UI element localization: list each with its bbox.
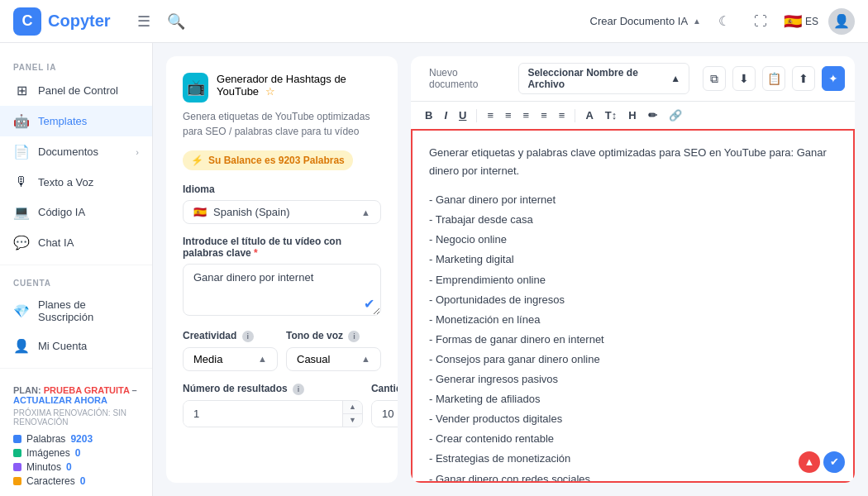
minutos-value: 0 [66,461,72,473]
menu-icon[interactable]: ☰ [134,9,154,34]
tono-select[interactable]: Casual ▲ [286,347,381,371]
flag-icon: 🇪🇸 [784,12,802,31]
list-item: - Marketing digital [429,250,837,269]
creatividad-select[interactable]: Media ▲ [183,347,278,371]
fmt-size-btn[interactable]: T↕ [601,107,621,124]
sidebar-item-documentos[interactable]: 📄 Documentos › [0,136,152,167]
fmt-divider-1 [476,109,477,122]
nombre-caret-icon: ▲ [670,73,680,84]
palabras-label: Palabras [26,433,65,445]
sidebar-divider [0,265,152,265]
content-area: 📺 Generador de Hashtags de YouTube ☆ Gen… [153,43,868,496]
list-item: - Trabajar desde casa [429,210,837,230]
sidebar-item-templates-label: Templates [38,115,87,127]
fmt-align-right-btn[interactable]: ≡ [519,107,534,124]
creatividad-group: Creatividad i Media ▲ [183,330,278,371]
navbar: C Copyter ☰ 🔍 Crear Documento IA ▲ ☾ ⛶ 🇪… [0,0,868,43]
download-doc-btn[interactable]: ⬇ [732,66,756,91]
crear-documento-btn[interactable]: Crear Documento IA ▲ [590,15,701,27]
num-up-btn[interactable]: ▲ [343,401,362,414]
sidebar-item-chat-ia[interactable]: 💬 Chat IA [0,227,152,258]
num-resultados-field[interactable] [184,401,342,427]
app-logo[interactable]: C Copyter [13,7,111,36]
fmt-pencil-btn[interactable]: ✏ [644,107,661,124]
list-item: - Negocio online [429,230,837,250]
fmt-bold-btn[interactable]: B [421,107,436,124]
export-doc-btn[interactable]: ⬆ [792,66,815,91]
sidebar-item-panel-control[interactable]: ⊞ Panel de Control [0,75,152,106]
copy-doc-btn[interactable]: ⧉ [703,66,726,91]
logo-name: Copyter [48,12,111,31]
user-avatar[interactable]: 👤 [828,8,855,35]
fmt-color-btn[interactable]: A [581,107,597,124]
num-resultados-input: ▲ ▼ [183,400,363,427]
dark-mode-icon[interactable]: ☾ [711,8,737,35]
sidebar-item-panel-label: Panel de Control [38,84,118,97]
main-layout: PANEL IA ⊞ Panel de Control 🤖 Templates … [0,43,868,496]
list-item: - Vender productos digitales [429,409,837,429]
plan-free-label: PRUEBA GRATUITA [44,385,130,395]
list-item: - Consejos para ganar dinero online [429,350,837,370]
favorite-star-icon[interactable]: ☆ [265,85,275,98]
tab-seleccionar-nombre[interactable]: Seleccionar Nombre de Archivo ▲ [518,63,689,94]
tono-info-icon[interactable]: i [348,331,360,342]
editor-content-area[interactable]: Generar etiquetas y palabras clave optim… [411,131,855,483]
search-icon[interactable]: 🔍 [164,9,188,34]
documentos-icon: 📄 [13,144,30,160]
titulo-input[interactable] [183,264,381,316]
scroll-to-top-btn[interactable]: ▲ [799,451,820,473]
panel-ia-section-label: PANEL IA [0,56,152,75]
sidebar-item-codigo-ia[interactable]: 💻 Código IA [0,197,152,227]
idioma-group: Idioma 🇪🇸 Spanish (Spain) ▲ [183,184,381,224]
fmt-underline-btn[interactable]: U [455,107,470,124]
imagenes-dot [13,449,21,457]
new-doc-btn[interactable]: ✦ [822,66,845,91]
tool-header: 📺 Generador de Hashtags de YouTube ☆ [183,73,381,103]
fmt-align-center-btn[interactable]: ≡ [501,107,516,124]
credits-caracteres: Caracteres 0 [13,475,139,487]
palabras-value: 9203 [70,433,93,445]
crear-label: Crear Documento IA [590,15,689,27]
titulo-label: Introduce el título de tu vídeo con pala… [183,236,381,259]
tool-description: Genera etiquetas de YouTube optimizadas … [183,109,381,139]
credits-divider [0,368,152,369]
fmt-italic-btn[interactable]: I [440,107,451,124]
fmt-list-btn[interactable]: ≡ [555,107,570,124]
caracteres-dot [13,477,21,485]
idioma-select[interactable]: 🇪🇸 Spanish (Spain) ▲ [183,200,381,224]
num-down-btn[interactable]: ▼ [343,414,362,427]
fmt-align-left-btn[interactable]: ≡ [483,107,498,124]
account-icon: 👤 [13,338,30,354]
templates-icon: 🤖 [13,113,30,129]
creatividad-info-icon[interactable]: i [242,331,254,342]
fmt-justify-btn[interactable]: ≡ [537,107,551,124]
sidebar-item-planes[interactable]: 💎 Planes de Suscripción [0,291,152,331]
cantidad-group: Cantidad máxima por resultado i ▲ ▼ [371,383,398,427]
sidebar-item-texto-a-voz[interactable]: 🎙 Texto a Voz [0,167,152,197]
sidebar-item-mi-cuenta[interactable]: 👤 Mi Cuenta [0,331,152,361]
cantidad-field[interactable] [372,401,398,427]
chat-icon: 💬 [13,235,30,250]
num-info-icon[interactable]: i [293,384,304,395]
plan-update-link[interactable]: ACTUALIZAR AHORA [13,395,107,405]
cantidad-input: ▲ ▼ [371,400,398,427]
list-item: - Estrategias de monetización [429,449,837,469]
fullscreen-icon[interactable]: ⛶ [747,8,774,35]
idioma-value: 🇪🇸 Spanish (Spain) [193,206,290,218]
minutos-dot [13,463,21,471]
fmt-divider-2 [575,109,575,122]
fmt-link-btn[interactable]: 🔗 [665,107,686,124]
imagenes-label: Imágenes [26,447,70,459]
grid-icon: ⊞ [13,83,30,98]
num-cantidad-row: Número de resultados i ▲ ▼ Cantidad máxi… [183,383,381,439]
tool-title: Generador de Hashtags de YouTube ☆ [217,73,381,98]
balance-badge: ⚡ Su Balance es 9203 Palabras [183,150,353,170]
fmt-heading-btn[interactable]: H [624,107,640,124]
sidebar-item-templates[interactable]: 🤖 Templates [0,106,152,136]
lang-label: ES [805,16,818,27]
sidebar-item-codigo-label: Código IA [38,206,85,218]
language-selector[interactable]: 🇪🇸 ES [784,12,818,31]
list-item: - Monetización en línea [429,310,837,330]
share-doc-btn[interactable]: 📋 [762,66,785,91]
tab-nuevo-documento[interactable]: Nuevo documento [421,64,512,93]
